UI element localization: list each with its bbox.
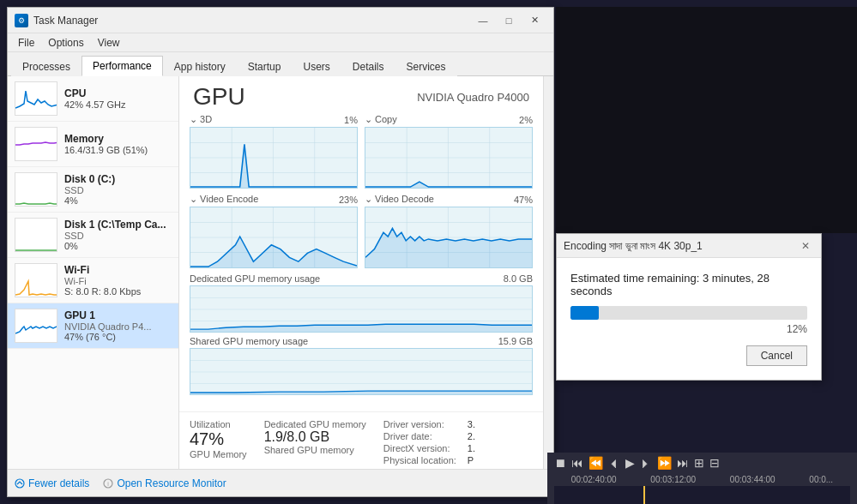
menu-bar: File Options View (8, 33, 553, 52)
menu-view[interactable]: View (91, 35, 127, 51)
physical-key: Physical location: (383, 455, 461, 465)
charts-row-2: ⌄ Video Encode 23% (190, 194, 533, 268)
sidebar-item-disk1[interactable]: Disk 1 (C:\Temp Ca... SSD 0% (8, 213, 178, 258)
gpu-model: NVIDIA Quadro P4000 (417, 91, 529, 104)
gpu1-info: GPU 1 NVIDIA Quadro P4... 47% (76 °C) (64, 309, 172, 342)
tab-users[interactable]: Users (292, 57, 341, 76)
timeline-controls: ⏹ ⏮ ⏪ ⏴ ▶ ⏵ ⏩ ⏭ ⊞ ⊟ (547, 453, 857, 473)
gpu-header: GPU NVIDIA Quadro P4000 (179, 76, 543, 114)
wifi-network: Wi-Fi (64, 276, 172, 286)
window-title: Task Manager (33, 15, 471, 27)
disk1-mini-graph (15, 218, 57, 252)
tab-services[interactable]: Services (395, 57, 457, 76)
timeline-back-frame-button[interactable]: ⏴ (608, 456, 620, 470)
timeline-stop-button[interactable]: ⏹ (554, 456, 566, 470)
disk0-title: Disk 0 (C:) (64, 173, 172, 185)
open-resource-monitor-button[interactable]: i Open Resource Monitor (103, 477, 226, 489)
task-manager-window: ⚙ Task Manager — □ ✕ File Options View P… (7, 7, 554, 497)
dialog-close-button[interactable]: ✕ (797, 237, 814, 255)
chart-copy-percent: 2% (519, 115, 533, 125)
chart-encode-percent: 23% (339, 195, 358, 205)
memory-title: Memory (64, 133, 172, 145)
minimize-button[interactable]: — (471, 11, 495, 30)
svg-point-36 (15, 479, 24, 488)
disk0-mini-graph (15, 172, 57, 207)
cpu-info: CPU 42% 4.57 GHz (64, 87, 172, 110)
sidebar-item-cpu[interactable]: CPU 42% 4.57 GHz (8, 76, 178, 122)
dedicated-memory-block: Dedicated GPU memory 1.9/8.0 GB Shared G… (264, 419, 366, 465)
fewer-details-button[interactable]: Fewer details (15, 477, 89, 489)
dedicated-memory-label: Dedicated GPU memory usage (190, 273, 320, 284)
timeline-end-button[interactable]: ⏭ (677, 456, 689, 470)
close-button[interactable]: ✕ (522, 11, 546, 30)
app-icon: ⚙ (15, 14, 28, 27)
physical-val: P (468, 455, 474, 465)
disk0-info: Disk 0 (C:) SSD 4% (64, 173, 172, 206)
progress-bar (570, 306, 807, 320)
gpu1-model: NVIDIA Quadro P4... (64, 321, 172, 332)
disk1-type: SSD (64, 231, 172, 241)
menu-file[interactable]: File (11, 35, 41, 51)
timeline-track[interactable] (554, 486, 850, 504)
dialog-title-bar: Encoding সাদা ভুনা মাংস 4K 30p_1 ✕ (557, 234, 821, 258)
stats-row: Utilization 47% GPU Memory Dedicated GPU… (179, 411, 543, 469)
directx-val: 1. (468, 443, 475, 453)
shared-memory-label: Shared GPU memory usage (190, 336, 308, 346)
chart-encode-box (190, 207, 358, 268)
cpu-title: CPU (64, 87, 172, 99)
sidebar-item-memory[interactable]: Memory 16.4/31.9 GB (51%) (8, 122, 178, 167)
gpu-title: GPU (193, 83, 245, 111)
menu-options[interactable]: Options (41, 35, 90, 51)
shared-label: Shared GPU memory (264, 445, 366, 455)
progress-fill (570, 306, 599, 320)
dedicated-memory-max: 8.0 GB (504, 273, 533, 284)
chart-copy: ⌄ Copy 2% (365, 114, 533, 189)
dialog-title: Encoding সাদা ভুনা মাংস 4K 30p_1 (564, 240, 797, 252)
cancel-row: Cancel (570, 345, 807, 366)
driver-info-block: Driver version: 3. Driver date: 2. Direc… (383, 419, 475, 465)
dedicated-memory-chart: Dedicated GPU memory usage 8.0 GB (190, 273, 533, 333)
timeline-rewind-button[interactable]: ⏪ (588, 456, 603, 470)
timeline-extra-button[interactable]: ⊟ (709, 456, 720, 470)
gpu1-value: 47% (76 °C) (64, 332, 172, 342)
timeline-play-button[interactable]: ▶ (625, 456, 635, 470)
gpu-charts-area: ⌄ 3D 1% (179, 114, 543, 411)
memory-info: Memory 16.4/31.9 GB (51%) (64, 133, 172, 155)
cpu-mini-graph (15, 81, 57, 116)
sidebar-item-wifi[interactable]: Wi-Fi Wi-Fi S: 8.0 R: 8.0 Kbps (8, 258, 178, 303)
cancel-button[interactable]: Cancel (746, 345, 807, 366)
timeline-fwd-frame-button[interactable]: ⏵ (640, 456, 652, 470)
sidebar-item-gpu1[interactable]: GPU 1 NVIDIA Quadro P4... 47% (76 °C) (8, 303, 178, 349)
gpu-panel: GPU NVIDIA Quadro P4000 ⌄ 3D 1% (179, 76, 543, 469)
chart-copy-label: ⌄ Copy (365, 114, 397, 125)
sidebar-item-disk0[interactable]: Disk 0 (C:) SSD 4% (8, 167, 178, 213)
svg-marker-6 (190, 144, 357, 188)
timeline-more-button[interactable]: ⊞ (694, 456, 704, 470)
tab-startup[interactable]: Startup (237, 57, 293, 76)
chart-decode-box (365, 207, 533, 268)
chart-3d: ⌄ 3D 1% (190, 114, 358, 189)
chart-video-decode: ⌄ Video Decode 47% (365, 194, 533, 268)
chart-video-encode: ⌄ Video Encode 23% (190, 194, 358, 268)
window-controls: — □ ✕ (471, 11, 546, 30)
disk0-value: 4% (64, 195, 172, 206)
memory-mini-graph (15, 127, 57, 161)
chart-encode-label: ⌄ Video Encode (190, 194, 258, 205)
chart-decode-label: ⌄ Video Decode (365, 194, 434, 205)
timeline-start-button[interactable]: ⏮ (571, 456, 583, 470)
shared-memory-max: 15.9 GB (498, 336, 533, 346)
tab-processes[interactable]: Processes (11, 57, 81, 76)
tab-performance[interactable]: Performance (81, 56, 163, 76)
disk1-value: 0% (64, 241, 172, 251)
shared-memory-chart: Shared GPU memory usage 15.9 GB (190, 336, 533, 395)
estimated-time-label: Estimated time remaining: 3 minutes, 28 … (570, 272, 807, 297)
scrollbar[interactable] (543, 76, 553, 469)
maximize-button[interactable]: □ (497, 11, 521, 30)
utilization-block: Utilization 47% GPU Memory (190, 419, 247, 465)
disk1-info: Disk 1 (C:\Temp Ca... SSD 0% (64, 219, 172, 251)
timeline-ff-button[interactable]: ⏩ (657, 456, 672, 470)
tab-app-history[interactable]: App history (163, 57, 237, 76)
tab-details[interactable]: Details (341, 57, 395, 76)
charts-row-1: ⌄ 3D 1% (190, 114, 533, 189)
gpu-memory-label: GPU Memory (190, 449, 247, 459)
